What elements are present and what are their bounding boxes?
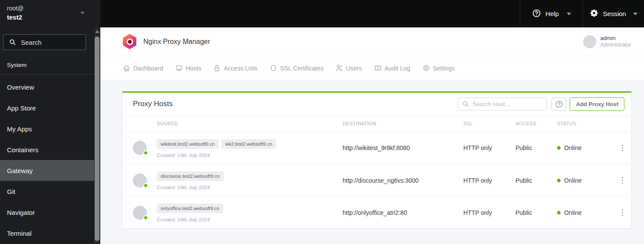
ssl-value: HTTP only [463, 209, 515, 216]
domain-tag: onlyoffice.test2.websoft9.cn [157, 204, 223, 213]
host-user-label: root@ [7, 4, 87, 13]
row-menu-button[interactable] [618, 175, 627, 185]
table-row: onlyoffice.test2.websoft9.cn Created: 24… [122, 196, 631, 228]
lock-icon [213, 64, 221, 72]
online-dot-icon [143, 183, 148, 188]
user-name: admin [600, 35, 631, 42]
ssl-value: HTTP only [463, 177, 515, 184]
tab-dashboard[interactable]: Dashboard [123, 64, 163, 72]
monitor-icon [175, 64, 183, 72]
status-dot-icon [557, 146, 561, 150]
help-circle-icon [555, 100, 563, 108]
home-icon [123, 64, 130, 72]
host-name-label: test2 [7, 13, 87, 22]
sidebar-item-containers[interactable]: Containers [0, 139, 94, 160]
destination: http://wikitest_9r8kf:8080 [343, 144, 463, 151]
sidebar-item-gateway[interactable]: Gateway [0, 160, 94, 181]
avatar [583, 35, 596, 48]
sidebar-divider [0, 74, 94, 75]
host-switcher[interactable]: root@ test2 [0, 0, 94, 27]
domain-tag: wikitest.test2.websoft9.cn [157, 139, 219, 149]
help-button[interactable] [552, 97, 566, 111]
users-icon [336, 64, 343, 72]
access-value: Public [515, 144, 557, 151]
sidebar-item-overview[interactable]: Overview [0, 77, 94, 97]
created-date: Created: 24th July 2024 [157, 153, 343, 158]
sidebar-item-git[interactable]: Git [0, 181, 94, 202]
scroll-up-arrow-icon[interactable] [95, 30, 99, 33]
domain-tag: discourse.test2.websoft9.cn [157, 171, 224, 181]
access-value: Public [515, 177, 557, 184]
sidebar-search-box [3, 34, 86, 50]
column-ssl: SSL [463, 121, 515, 126]
page-title: Proxy Hosts [133, 100, 458, 108]
sidebar: root@ test2 System Overview App Store My… [0, 0, 100, 244]
gear-icon [590, 9, 598, 19]
status-dot-icon [557, 211, 561, 214]
tab-users[interactable]: Users [336, 64, 362, 72]
help-circle-icon [532, 9, 541, 19]
tab-audit-log[interactable]: Audit Log [374, 64, 410, 72]
row-menu-button[interactable] [618, 207, 627, 217]
created-date: Created: 24th July 2024 [157, 185, 343, 190]
search-host-input[interactable] [458, 97, 547, 110]
shield-icon [270, 64, 277, 72]
column-destination: DESTINATION [343, 121, 463, 126]
status-dot-icon [557, 179, 561, 182]
sidebar-nav: Overview App Store My Apps Containers Ga… [0, 77, 94, 244]
main-content: Nginx Proxy Manager admin Administrator … [100, 27, 644, 244]
user-menu[interactable]: admin Administrator [583, 35, 631, 48]
online-dot-icon [143, 150, 148, 155]
proxy-hosts-card: Proxy Hosts Add Proxy Host SOURCE DESTIN… [122, 91, 632, 229]
row-menu-button[interactable] [618, 143, 627, 153]
status-badge: Online [564, 209, 581, 216]
table-header: SOURCE DESTINATION SSL ACCESS STATUS [122, 115, 631, 132]
tab-hosts[interactable]: Hosts [175, 64, 201, 72]
scrollbar-thumb[interactable] [95, 37, 99, 241]
sidebar-item-navigator[interactable]: Navigator [0, 202, 94, 223]
column-access: ACCESS [515, 121, 557, 126]
table-row: wikitest.test2.websoft9.cn wk2.test2.web… [122, 132, 631, 164]
tab-access-lists[interactable]: Access Lists [213, 64, 258, 72]
sidebar-item-my-apps[interactable]: My Apps [0, 118, 94, 139]
chevron-down-icon [80, 12, 85, 14]
add-proxy-host-button[interactable]: Add Proxy Host [570, 97, 624, 111]
session-menu[interactable]: Session [583, 0, 644, 27]
search-icon [462, 100, 469, 107]
chevron-down-icon [567, 13, 571, 15]
sidebar-item-terminal[interactable]: Terminal [0, 223, 94, 244]
search-icon [9, 39, 16, 46]
sidebar-section-label: System [7, 62, 94, 68]
help-menu[interactable]: Help [520, 0, 583, 27]
user-role: Administrator [600, 42, 631, 48]
sidebar-scrollbar[interactable] [94, 27, 100, 244]
created-date: Created: 24th July 2024 [157, 217, 343, 222]
online-dot-icon [143, 215, 148, 220]
status-badge: Online [564, 144, 581, 151]
app-title: Nginx Proxy Manager [143, 38, 583, 46]
column-source: SOURCE [157, 121, 343, 126]
help-label: Help [545, 10, 559, 17]
book-icon [374, 64, 382, 72]
destination: http://discourse_ng6vs:3000 [343, 177, 463, 184]
session-label: Session [603, 10, 626, 17]
status-badge: Online [564, 177, 581, 184]
domain-tag: wk2.test2.websoft9.cn [221, 139, 276, 149]
topbar: Help Session [100, 0, 644, 27]
ssl-value: HTTP only [463, 144, 515, 151]
chevron-down-icon [633, 13, 637, 15]
nav-tabs: Dashboard Hosts Access Lists SSL Certifi… [100, 56, 644, 80]
access-value: Public [515, 209, 557, 216]
app-header: Nginx Proxy Manager admin Administrator [100, 27, 644, 56]
sidebar-search-input[interactable] [21, 39, 81, 46]
table-row: discourse.test2.websoft9.cn Created: 24t… [122, 164, 631, 196]
sidebar-item-app-store[interactable]: App Store [0, 97, 94, 118]
gear-icon [423, 64, 430, 72]
tab-settings[interactable]: Settings [423, 64, 455, 72]
tab-ssl-certificates[interactable]: SSL Certificates [270, 64, 324, 72]
column-status: STATUS [557, 121, 618, 126]
npm-logo-icon [123, 34, 136, 49]
destination: http://onlyoffice_atri2:80 [343, 209, 463, 216]
